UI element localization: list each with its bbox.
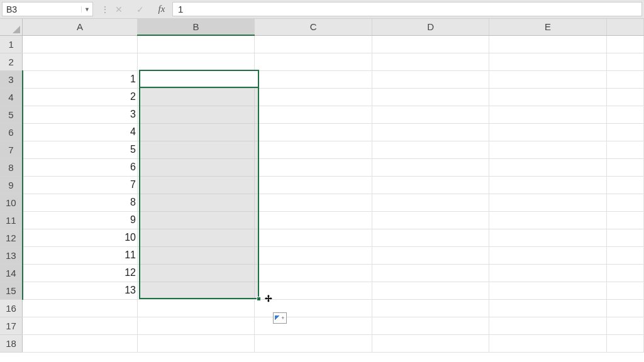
- cell[interactable]: [489, 282, 607, 299]
- cell[interactable]: [372, 35, 489, 53]
- cell[interactable]: [372, 264, 489, 282]
- row-header[interactable]: 13: [0, 246, 23, 264]
- cell[interactable]: [372, 334, 489, 352]
- column-header-E[interactable]: E: [489, 19, 607, 35]
- cell[interactable]: [255, 35, 372, 53]
- cell[interactable]: [255, 299, 372, 317]
- cell[interactable]: [23, 334, 138, 352]
- cell[interactable]: [606, 194, 643, 211]
- cell-B9[interactable]: [137, 176, 255, 194]
- cell[interactable]: [23, 35, 138, 53]
- row-header[interactable]: 8: [0, 158, 23, 176]
- cell[interactable]: [255, 334, 372, 352]
- cell[interactable]: [372, 194, 489, 211]
- cell[interactable]: [23, 317, 138, 334]
- cell[interactable]: [606, 88, 643, 106]
- cell[interactable]: [489, 264, 607, 282]
- autofill-options-button[interactable]: +: [273, 312, 287, 324]
- cell[interactable]: [489, 299, 607, 317]
- cell-B4[interactable]: [137, 88, 255, 106]
- cell[interactable]: [489, 123, 607, 141]
- cell[interactable]: [489, 88, 607, 106]
- cell[interactable]: [255, 123, 372, 141]
- row-header[interactable]: 12: [0, 229, 23, 246]
- row-header[interactable]: 14: [0, 264, 23, 282]
- cell[interactable]: [489, 141, 607, 158]
- row-header[interactable]: 18: [0, 334, 23, 352]
- cell[interactable]: [137, 317, 255, 334]
- row-header[interactable]: 5: [0, 106, 23, 123]
- cell[interactable]: [255, 106, 372, 123]
- row-header[interactable]: 17: [0, 317, 23, 334]
- cell[interactable]: [255, 158, 372, 176]
- cell[interactable]: [606, 317, 643, 334]
- cell[interactable]: [255, 70, 372, 88]
- name-box[interactable]: B3 ▼: [2, 2, 93, 16]
- cell[interactable]: [23, 299, 138, 317]
- row-header[interactable]: 9: [0, 176, 23, 194]
- cell[interactable]: [137, 35, 255, 53]
- row-header[interactable]: 7: [0, 141, 23, 158]
- cell[interactable]: [606, 176, 643, 194]
- cell[interactable]: [606, 141, 643, 158]
- cell[interactable]: [255, 282, 372, 299]
- cell[interactable]: [372, 158, 489, 176]
- cell[interactable]: [489, 246, 607, 264]
- select-all-corner[interactable]: [0, 19, 23, 35]
- cell[interactable]: [255, 229, 372, 246]
- cell-B11[interactable]: [137, 211, 255, 229]
- cell-B13[interactable]: [137, 246, 255, 264]
- row-header[interactable]: 2: [0, 53, 23, 70]
- cell[interactable]: [255, 88, 372, 106]
- chevron-down-icon[interactable]: ▼: [81, 6, 92, 13]
- cell[interactable]: [489, 35, 607, 53]
- row-header[interactable]: 15: [0, 282, 23, 299]
- cell[interactable]: [23, 70, 138, 88]
- cell[interactable]: [489, 70, 607, 88]
- column-header-B[interactable]: B: [137, 19, 255, 35]
- cell[interactable]: [372, 211, 489, 229]
- cell[interactable]: [489, 176, 607, 194]
- cell[interactable]: [372, 53, 489, 70]
- cell[interactable]: [372, 229, 489, 246]
- cell[interactable]: [489, 334, 607, 352]
- formula-bar-expand-handle[interactable]: ⋮: [102, 0, 108, 18]
- cell[interactable]: [372, 70, 489, 88]
- cell[interactable]: [372, 123, 489, 141]
- cell[interactable]: [606, 35, 643, 53]
- formula-input[interactable]: 1: [172, 2, 642, 16]
- cell[interactable]: [489, 158, 607, 176]
- cell[interactable]: [606, 70, 643, 88]
- cell[interactable]: [23, 264, 138, 282]
- cell[interactable]: [489, 229, 607, 246]
- cell[interactable]: [489, 211, 607, 229]
- cell[interactable]: [606, 299, 643, 317]
- cell[interactable]: [23, 229, 138, 246]
- cell-B7[interactable]: [137, 141, 255, 158]
- cell[interactable]: [23, 194, 138, 211]
- cell[interactable]: [23, 176, 138, 194]
- cell[interactable]: [23, 158, 138, 176]
- cell[interactable]: [489, 53, 607, 70]
- cell-B3[interactable]: [137, 70, 255, 88]
- cell[interactable]: [137, 299, 255, 317]
- cell[interactable]: [23, 123, 138, 141]
- row-header[interactable]: 3: [0, 70, 23, 88]
- cell[interactable]: [606, 158, 643, 176]
- row-header[interactable]: 6: [0, 123, 23, 141]
- cell[interactable]: [372, 317, 489, 334]
- cell[interactable]: [137, 334, 255, 352]
- column-header-D[interactable]: D: [372, 19, 489, 35]
- cell[interactable]: [255, 211, 372, 229]
- cell[interactable]: [372, 88, 489, 106]
- cell[interactable]: [255, 246, 372, 264]
- cell[interactable]: [23, 88, 138, 106]
- cell[interactable]: [372, 141, 489, 158]
- cell[interactable]: [606, 106, 643, 123]
- cell[interactable]: [372, 176, 489, 194]
- cell-B14[interactable]: [137, 264, 255, 282]
- cell-B6[interactable]: [137, 123, 255, 141]
- cell[interactable]: [372, 282, 489, 299]
- cell[interactable]: [255, 176, 372, 194]
- row-header[interactable]: 16: [0, 299, 23, 317]
